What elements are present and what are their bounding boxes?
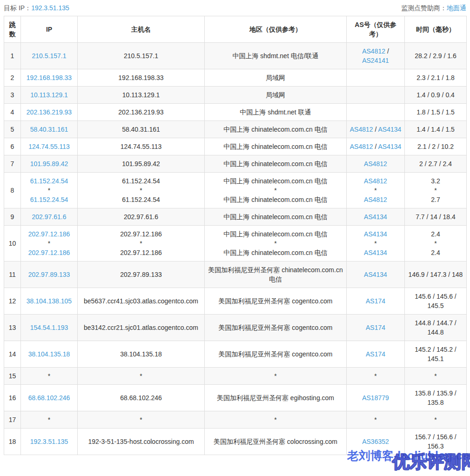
asn-cell-link[interactable]: AS4134 (364, 249, 387, 256)
time-cell: 144.8 / 144.7 / 144.8 (405, 315, 467, 341)
table-row: 1210.5.157.1210.5.157.1中国上海 shdmt.net 电信… (4, 43, 467, 69)
region-cell-line: 中国上海 chinatelecom.com.cn 电信 (208, 176, 343, 186)
time-cell: 7.7 / 14 / 18.4 (405, 208, 467, 226)
asn-cell-link[interactable]: AS174 (366, 350, 385, 358)
ip-cell-link[interactable]: 154.54.1.193 (30, 324, 68, 331)
time-cell-line: 2.3 / 2.1 / 1.8 (408, 73, 463, 82)
ip-cell-link[interactable]: 210.5.157.1 (32, 52, 67, 60)
ip-cell-link[interactable]: 192.168.198.33 (27, 74, 72, 81)
ip-cell-link[interactable]: 68.68.102.246 (28, 394, 70, 402)
ip-cell-line: 68.68.102.246 (24, 393, 74, 402)
region-cell: 美国加利福尼亚州圣何塞 cogentco.com (205, 315, 347, 341)
time-cell: 2.3 / 2.1 / 1.8 (405, 69, 467, 87)
ip-cell-link[interactable]: 10.113.129.1 (30, 91, 68, 99)
asn-cell-link[interactable]: AS4134 (364, 271, 387, 278)
column-header-2: 主机名 (78, 16, 205, 43)
ip-cell-link[interactable]: 202.136.219.93 (27, 108, 72, 116)
region-cell-line: 中国上海 shdmt.net 联通 (208, 107, 343, 117)
time-cell: 1.4 / 1.4 / 1.5 (405, 121, 467, 138)
hostname-cell-text: 101.95.89.42 (122, 160, 160, 168)
ip-cell-link[interactable]: 124.74.55.113 (28, 143, 70, 150)
ip-cell-line: 61.152.24.54 (24, 195, 74, 204)
ip-cell: 101.95.89.42 (21, 155, 78, 173)
region-cell: * (205, 411, 347, 429)
region-cell-text: 中国上海 chinatelecom.com.cn 电信 (223, 160, 327, 168)
asn-cell-link[interactable]: AS174 (366, 324, 385, 331)
time-cell-text: 2.4 (431, 249, 440, 256)
region-cell-line: 美国加利福尼亚州圣何塞 chinatelecom.com.cn 电信 (208, 265, 343, 284)
ip-cell-link[interactable]: 202.97.12.186 (28, 230, 70, 238)
asn-cell-line: AS4812 / AS4134 (349, 125, 402, 134)
table-row: 18192.3.51.135192-3-51-135-host.colocros… (4, 429, 467, 455)
asn-cell-line: AS18779 (349, 393, 402, 402)
ip-cell-link[interactable]: 61.152.24.54 (30, 196, 68, 203)
region-cell-line: 中国上海 chinatelecom.com.cn 电信 (208, 125, 343, 134)
asn-cell-link[interactable]: AS4812 (350, 126, 373, 133)
asn-cell-link[interactable]: AS4812 (364, 160, 387, 168)
hostname-cell: * (78, 411, 205, 429)
asn-cell: AS4812 (347, 155, 405, 173)
hop-cell: 14 (4, 341, 21, 368)
hostname-cell: 192.168.198.33 (78, 69, 205, 87)
asn-cell: AS18779 (347, 385, 405, 411)
hostname-cell-line: 124.74.55.113 (81, 142, 201, 151)
hostname-cell-text: 192-3-51-135-host.colocrossing.com (88, 438, 194, 445)
region-cell: * (205, 368, 347, 385)
asn-cell-link[interactable]: AS18779 (362, 394, 389, 402)
hostname-cell-text: * (140, 187, 142, 194)
asn-cell (347, 69, 405, 87)
asn-cell-link[interactable]: AS174 (366, 297, 385, 305)
hostname-cell-line: 202.97.12.186 (81, 248, 201, 257)
ip-cell-link[interactable]: 202.97.12.186 (28, 249, 70, 256)
asn-cell-link[interactable]: AS4812 (364, 177, 387, 185)
table-row: 861.152.24.54*61.152.24.5461.152.24.54*6… (4, 173, 467, 208)
ip-cell-link[interactable]: 101.95.89.42 (30, 160, 68, 168)
table-row: 1668.68.102.24668.68.102.246美国加利福尼亚州圣何塞 … (4, 385, 467, 411)
ip-cell: * (21, 411, 78, 429)
asn-cell-link[interactable]: AS4812 (362, 47, 385, 55)
asn-cell-link[interactable]: AS4134 (364, 213, 387, 221)
table-row: 2192.168.198.33192.168.198.33局域网2.3 / 2.… (4, 69, 467, 87)
asn-cell-text: * (374, 240, 376, 247)
column-header-3: 地区（仅供参考） (205, 16, 347, 43)
hostname-cell-line: 58.40.31.161 (81, 125, 201, 134)
sponsor-link[interactable]: 地面通 (447, 4, 466, 12)
ip-cell-link[interactable]: 192.3.51.135 (30, 438, 68, 445)
hop-cell-text: 3 (11, 91, 14, 99)
region-cell: 中国上海 shdmt.net 电信/联通 (205, 43, 347, 69)
time-cell-line: 2.4 (408, 248, 463, 257)
asn-cell-link[interactable]: AS4134 (364, 230, 387, 238)
hostname-cell-line: * (81, 239, 201, 248)
table-row: 10202.97.12.186*202.97.12.186202.97.12.1… (4, 226, 467, 261)
ip-cell-link[interactable]: 202.97.89.133 (28, 271, 70, 278)
hop-cell-line: 8 (7, 186, 18, 195)
hostname-cell-line: 210.5.157.1 (81, 51, 201, 60)
ip-cell-link[interactable]: 38.104.138.105 (27, 297, 72, 305)
ip-cell-link[interactable]: 58.40.31.161 (30, 126, 68, 133)
hostname-cell: 210.5.157.1 (78, 43, 205, 69)
ip-cell-link[interactable]: 202.97.61.6 (32, 213, 67, 221)
asn-cell-text: * (374, 187, 376, 194)
region-cell-line: 美国加利福尼亚州圣何塞 cogentco.com (208, 296, 343, 306)
region-cell-line: 美国加利福尼亚州圣何塞 colocrossing.com (208, 437, 343, 446)
hop-cell-text: 18 (9, 438, 16, 445)
asn-cell-link[interactable]: AS4812 (350, 143, 373, 150)
hop-cell-line: 6 (7, 142, 18, 151)
asn-cell-link[interactable]: AS4134 (378, 143, 401, 150)
hostname-cell: 68.68.102.246 (78, 385, 205, 411)
hop-cell: 12 (4, 288, 21, 315)
hop-cell: 7 (4, 155, 21, 173)
asn-cell-link[interactable]: AS36352 (362, 438, 389, 445)
column-header-1: IP (21, 16, 78, 43)
ip-cell-line: 58.40.31.161 (24, 125, 74, 134)
asn-cell-link[interactable]: AS4134 (378, 126, 401, 133)
region-cell: 中国上海 chinatelecom.com.cn 电信 (205, 121, 347, 138)
ip-cell-link[interactable]: 38.104.135.18 (28, 350, 70, 358)
hop-cell: 15 (4, 368, 21, 385)
asn-cell-link[interactable]: AS24141 (362, 57, 389, 64)
asn-cell-link[interactable]: AS4812 (364, 196, 387, 203)
ip-cell-link[interactable]: 61.152.24.54 (30, 177, 68, 185)
asn-cell-line: AS4134 (349, 248, 402, 257)
hop-cell-text: 11 (9, 271, 16, 278)
target-ip-link[interactable]: 192.3.51.135 (31, 4, 69, 12)
